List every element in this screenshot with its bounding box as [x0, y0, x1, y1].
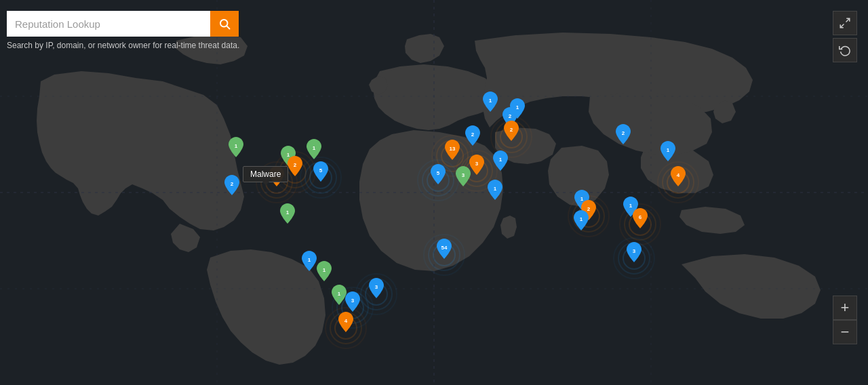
map-marker[interactable]: 5 [313, 161, 328, 182]
svg-text:1: 1 [323, 267, 326, 273]
map-marker[interactable]: 1 [317, 261, 332, 281]
search-icon [218, 18, 231, 30]
top-right-controls [833, 11, 857, 62]
svg-text:2: 2 [231, 181, 234, 187]
pin-icon: 2 [504, 121, 519, 141]
svg-text:5: 5 [437, 170, 440, 176]
pin-icon: 1 [229, 137, 243, 157]
map-marker[interactable]: 54 [437, 239, 452, 259]
pin-icon: 2 [288, 156, 302, 176]
svg-line-45 [840, 24, 844, 28]
svg-text:4: 4 [275, 172, 279, 178]
map-marker[interactable]: 3 [456, 166, 471, 186]
pin-icon: 1 [483, 92, 498, 112]
pin-icon: 1 [488, 180, 502, 200]
zoom-out-button[interactable]: − [833, 320, 857, 344]
map-container: 1 1 1 2 4 5 2 1 1 1 [0, 0, 868, 385]
map-marker[interactable]: 4 [671, 166, 686, 186]
pin-icon: 5 [313, 161, 328, 182]
map-marker[interactable]: 2 [616, 124, 631, 144]
svg-text:1: 1 [286, 209, 290, 216]
pin-icon: 6 [633, 208, 648, 228]
svg-text:3: 3 [375, 284, 378, 290]
map-marker[interactable]: 3 [469, 155, 484, 175]
svg-text:1: 1 [516, 104, 519, 110]
map-marker[interactable]: 3 [369, 278, 384, 298]
map-marker[interactable]: 3 [627, 242, 642, 262]
svg-text:3: 3 [351, 298, 355, 304]
search-input[interactable] [7, 11, 210, 37]
map-marker[interactable]: 1 [493, 150, 508, 171]
pin-icon: 2 [465, 125, 480, 146]
map-marker[interactable]: 1 [229, 137, 243, 157]
pin-icon: 1 [493, 150, 508, 171]
svg-text:1: 1 [580, 216, 583, 222]
map-marker[interactable]: 1 [488, 180, 502, 200]
svg-line-44 [846, 18, 850, 22]
svg-text:3: 3 [462, 172, 465, 178]
map-marker[interactable]: 6 [633, 208, 648, 228]
pin-icon: 1 [302, 251, 317, 271]
map-marker[interactable]: 4 [338, 312, 353, 332]
pin-icon: 54 [437, 239, 452, 259]
pin-icon: 3 [627, 242, 642, 262]
pin-icon: 4 [269, 166, 284, 186]
svg-text:3: 3 [633, 248, 636, 254]
map-marker[interactable]: 1 [280, 203, 295, 224]
svg-text:1: 1 [499, 157, 502, 163]
pin-icon: 2 [616, 124, 631, 144]
map-marker[interactable]: 1 [302, 251, 317, 271]
world-map [0, 0, 868, 385]
map-marker[interactable]: 13 [445, 140, 460, 160]
svg-text:1: 1 [235, 143, 238, 149]
svg-text:13: 13 [450, 146, 456, 152]
svg-text:4: 4 [677, 172, 680, 178]
svg-text:3: 3 [475, 161, 479, 167]
map-marker[interactable]: 1 [574, 210, 589, 230]
svg-text:4: 4 [344, 318, 348, 324]
svg-text:2: 2 [622, 130, 625, 136]
svg-text:1: 1 [489, 98, 492, 104]
pin-icon: 1 [317, 261, 332, 281]
map-marker[interactable]: 1 [510, 98, 525, 119]
pin-icon: 1 [660, 141, 675, 161]
pin-icon: 4 [338, 312, 353, 332]
map-marker[interactable]: 2 [288, 156, 302, 176]
svg-text:2: 2 [471, 131, 475, 138]
map-marker[interactable]: 4 [269, 166, 284, 186]
map-marker[interactable]: 2 [224, 175, 239, 195]
reset-button[interactable] [833, 38, 857, 62]
svg-text:2: 2 [510, 127, 513, 133]
map-marker[interactable]: 1 [660, 141, 675, 161]
map-marker[interactable]: 2 [465, 125, 480, 146]
map-marker[interactable]: 3 [345, 291, 360, 312]
map-marker[interactable]: 5 [431, 164, 446, 184]
pin-icon: 3 [456, 166, 471, 186]
pin-icon: 1 [307, 139, 321, 159]
pin-icon: 4 [671, 166, 686, 186]
pin-icon: 2 [224, 175, 239, 195]
search-overlay: Search by IP, domain, or network owner f… [7, 11, 239, 50]
pin-icon: 3 [469, 155, 484, 175]
svg-text:1: 1 [338, 291, 341, 297]
zoom-controls: + − [833, 296, 857, 344]
svg-text:2: 2 [294, 162, 297, 168]
svg-text:5: 5 [319, 167, 323, 174]
search-hint: Search by IP, domain, or network owner f… [7, 41, 239, 50]
pin-icon: 3 [369, 278, 384, 298]
fullscreen-button[interactable] [833, 11, 857, 35]
map-marker[interactable]: 1 [483, 92, 498, 112]
pin-icon: 3 [345, 291, 360, 312]
svg-text:1: 1 [308, 257, 311, 263]
pin-icon: 5 [431, 164, 446, 184]
map-marker[interactable]: 1 [307, 139, 321, 159]
map-marker[interactable]: 1 [332, 285, 347, 305]
search-button[interactable] [210, 11, 239, 37]
zoom-in-button[interactable]: + [833, 296, 857, 320]
pin-icon: 13 [445, 140, 460, 160]
reset-icon [839, 44, 851, 56]
map-marker[interactable]: 2 [504, 121, 519, 141]
svg-text:54: 54 [441, 245, 448, 251]
fullscreen-icon [839, 17, 851, 29]
svg-text:1: 1 [494, 186, 497, 192]
